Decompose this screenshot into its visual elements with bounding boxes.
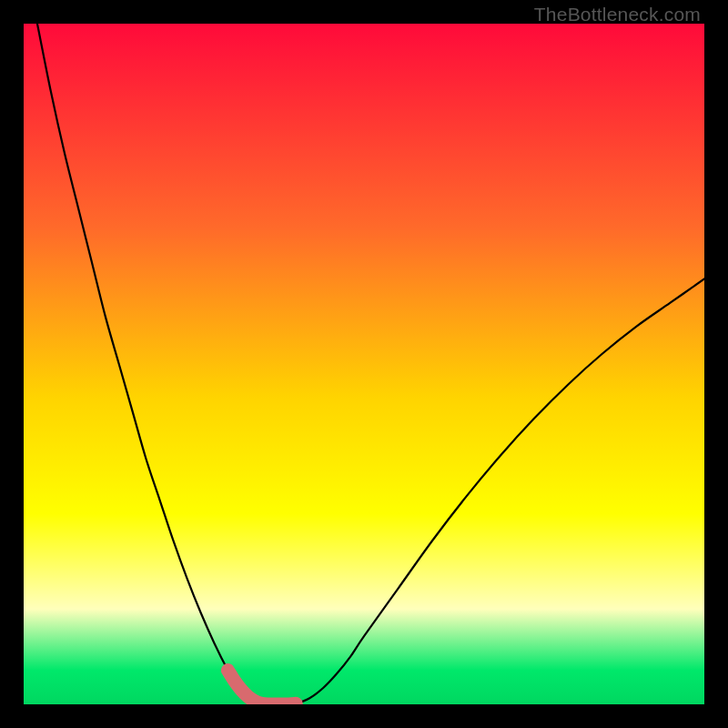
plot-area — [24, 24, 704, 704]
bottleneck-curve — [24, 24, 704, 704]
chart-frame: TheBottleneck.com — [0, 0, 728, 728]
watermark-text: TheBottleneck.com — [534, 4, 701, 25]
curve-highlight — [228, 671, 296, 704]
curve-path — [24, 24, 704, 704]
